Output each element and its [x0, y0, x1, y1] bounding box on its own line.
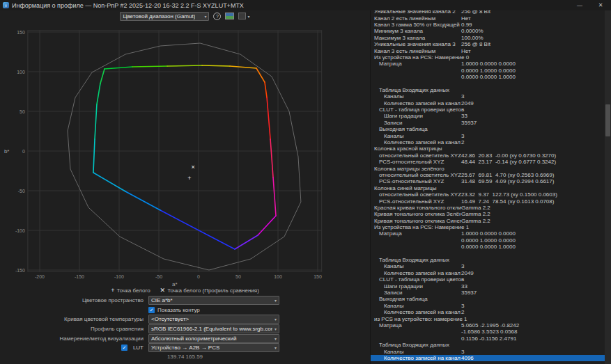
property-row[interactable]: Шаги градации33 — [371, 283, 605, 289]
property-row[interactable]: CLUT - таблица проверки цветов — [371, 276, 605, 283]
property-row[interactable]: Кривая тонального отклика СинегоGamma 2.… — [371, 218, 605, 224]
property-row[interactable]: Кривая тонального отклика ЗелёногоGamma … — [371, 211, 605, 217]
profile-icon — [238, 13, 246, 19]
svg-text:100: 100 — [17, 70, 25, 74]
property-row[interactable]: Из устройства на PCS: Намерение 0 — [371, 54, 605, 61]
property-row[interactable]: Колонка красной матрицы — [371, 145, 605, 152]
temperature-curve-label: Кривая цветовой температуры — [0, 316, 144, 322]
lut-checkbox[interactable] — [121, 345, 127, 351]
property-row[interactable] — [371, 250, 605, 256]
property-row[interactable]: 0.0000 1.0000 0.0000 — [371, 237, 605, 244]
app-icon: i — [3, 2, 9, 8]
property-label: Канал 2 есть линейным — [371, 15, 435, 22]
property-row[interactable]: Таблица Входящих данных — [371, 87, 605, 93]
property-row[interactable]: Красная кривая тонального отклика (TRC)G… — [371, 205, 605, 211]
window-controls: — ✕ — [569, 0, 611, 10]
colorspace-row: Цветовое пространство CIE a*b* — [0, 296, 370, 305]
property-row[interactable]: Каналы3 — [371, 303, 605, 309]
property-label: Колонка синей матрицы — [371, 185, 437, 191]
property-row[interactable]: Записи35937 — [371, 120, 605, 126]
y-axis-title: b* — [4, 148, 10, 155]
close-button[interactable]: ✕ — [590, 0, 611, 10]
property-row[interactable]: Канал 2 есть линейнымНет — [371, 15, 605, 21]
white-point-comparison-marker: × — [191, 164, 194, 171]
property-row[interactable]: Каналы3 — [371, 132, 605, 139]
gamut-chart[interactable]: -200-150-100-50050100150-150-100-5005010… — [0, 21, 370, 286]
property-label: относительный осветитель XYZ — [371, 172, 461, 178]
property-label: Из устройства на PCS: Намерение 0 — [371, 54, 469, 61]
property-row[interactable]: 0.0000 1.0000 0.0000 — [371, 68, 605, 74]
property-row[interactable]: Матрица1.0000 0.0000 0.0000 — [371, 61, 605, 67]
property-row[interactable] — [371, 80, 605, 86]
property-value: 42.86 20.83 -0.00 (xy 0.6730 0.3270) — [461, 152, 605, 159]
scrollbar[interactable] — [605, 10, 611, 364]
property-row[interactable]: Каналы3 — [371, 263, 605, 269]
property-row[interactable]: Таблица Входящих данных — [371, 257, 605, 263]
comparison-profile-select[interactable]: sRGB IEC61966-2.1 (Equivalent to www.srg… — [148, 324, 279, 333]
property-row[interactable]: Таблица Входящих данных — [371, 342, 605, 348]
property-label: PCS-относительный XYZ — [371, 178, 444, 184]
property-row[interactable]: Количество записей на канал2049 — [371, 270, 605, 276]
property-row[interactable]: Каналы3 — [371, 93, 605, 100]
property-row[interactable]: Уникальные значения канала 3256 @ 8 Bit — [371, 41, 605, 47]
show-outline-checkbox[interactable] — [148, 307, 155, 313]
property-label: Количество записей на канал — [371, 100, 461, 106]
property-label: CLUT - таблица проверки цветов — [371, 106, 464, 113]
svg-text:-50: -50 — [18, 189, 25, 193]
gamut-panel: Цветовой диапазон (Gamut) ? -200-150-100… — [0, 10, 370, 364]
property-row[interactable]: Из устройства на PCS: Намерение 1 — [371, 224, 605, 230]
minimize-button[interactable]: — — [569, 0, 590, 10]
property-row[interactable]: Колонка синей матрицы — [371, 185, 605, 191]
property-row[interactable]: Количество записей на канал2 — [371, 139, 605, 145]
property-row[interactable]: Канал 3 гамма 50% от Входящей0.99 — [371, 22, 605, 28]
property-row[interactable]: Минимум 3 канала0.0000% — [371, 28, 605, 34]
property-value: 3 — [461, 348, 605, 354]
property-value: 3 — [461, 132, 605, 139]
chevron-down-icon — [274, 317, 277, 322]
property-row[interactable]: 0.0000 0.0000 1.0000 — [371, 74, 605, 80]
temperature-curve-select[interactable]: <Отсутствует> — [148, 315, 279, 324]
property-row[interactable]: PCS-относительный XYZ16.49 7.24 78.54 (x… — [371, 198, 605, 204]
property-row[interactable]: Максимум 3 канала100.00% — [371, 35, 605, 41]
save-image-icon[interactable] — [225, 13, 234, 19]
colorspace-select[interactable]: CIE a*b* — [148, 296, 279, 305]
property-row[interactable]: Записи35937 — [371, 290, 605, 296]
property-row[interactable]: PCS-относительный XYZ48.44 23.17 -0.14 (… — [371, 159, 605, 165]
property-row[interactable]: Каналы3 — [371, 348, 605, 354]
property-row[interactable]: PCS-относительный XYZ31.48 69.59 4.09 (x… — [371, 178, 605, 184]
property-row[interactable]: Количество записей на канал4096 — [371, 355, 605, 361]
scrollbar-thumb[interactable] — [605, 104, 610, 136]
property-row[interactable]: относительный осветитель XYZ23.32 9.37 1… — [371, 191, 605, 198]
property-row[interactable]: 0.1156 -0.1156 2.4791 — [371, 335, 605, 342]
property-label: Колонка матрицы зелёного — [371, 166, 444, 172]
property-row[interactable]: Матрица5.0605 -2.1995 -0.8242 — [371, 322, 605, 329]
property-row[interactable]: относительный осветитель XYZ42.86 20.83 … — [371, 152, 605, 159]
property-row[interactable]: из PCS на устройство: намерение 1 — [371, 315, 605, 322]
property-label: Каналы — [371, 349, 403, 355]
property-row[interactable]: Колонка матрицы зелёного — [371, 165, 605, 171]
property-row[interactable]: Канал 3 есть линейнымНет — [371, 47, 605, 54]
property-label: Таблица Входящих данных — [371, 87, 449, 93]
property-label: Уникальные значения канала 3 — [371, 41, 456, 47]
lut-select[interactable]: Устройство → A2B → PCS — [148, 343, 279, 352]
property-label: Матрица — [371, 230, 402, 237]
help-icon[interactable]: ? — [213, 13, 221, 20]
property-value: Gamma 2.2 — [461, 211, 605, 217]
property-row[interactable]: CLUT - таблица проверки цветов — [371, 106, 605, 113]
property-row[interactable]: 0.0000 0.0000 1.0000 — [371, 244, 605, 250]
property-row[interactable]: Выходная таблица — [371, 126, 605, 132]
gamut-view-select[interactable]: Цветовой диапазон (Gamut) — [120, 12, 209, 21]
property-row[interactable]: Шаги градации33 — [371, 113, 605, 119]
property-value: 0.0000 1.0000 0.0000 — [461, 237, 605, 244]
property-row[interactable]: Выходная таблица — [371, 296, 605, 302]
property-label: CLUT - таблица проверки цветов — [371, 276, 464, 283]
property-row[interactable]: относительный осветитель XYZ25.67 69.81 … — [371, 172, 605, 178]
property-row[interactable]: -1.6586 3.5523 0.0568 — [371, 329, 605, 335]
property-row[interactable]: Количество записей на канал2049 — [371, 100, 605, 106]
property-row[interactable]: Количество записей на канал2 — [371, 309, 605, 315]
svg-text:0: 0 — [22, 149, 25, 154]
property-row[interactable]: Матрица1.0000 0.0000 0.0000 — [371, 230, 605, 237]
profile-menu-button[interactable] — [238, 13, 249, 19]
property-value: 33 — [461, 113, 605, 119]
rendering-intent-select[interactable]: Абсолютный колориметрический — [148, 334, 279, 343]
